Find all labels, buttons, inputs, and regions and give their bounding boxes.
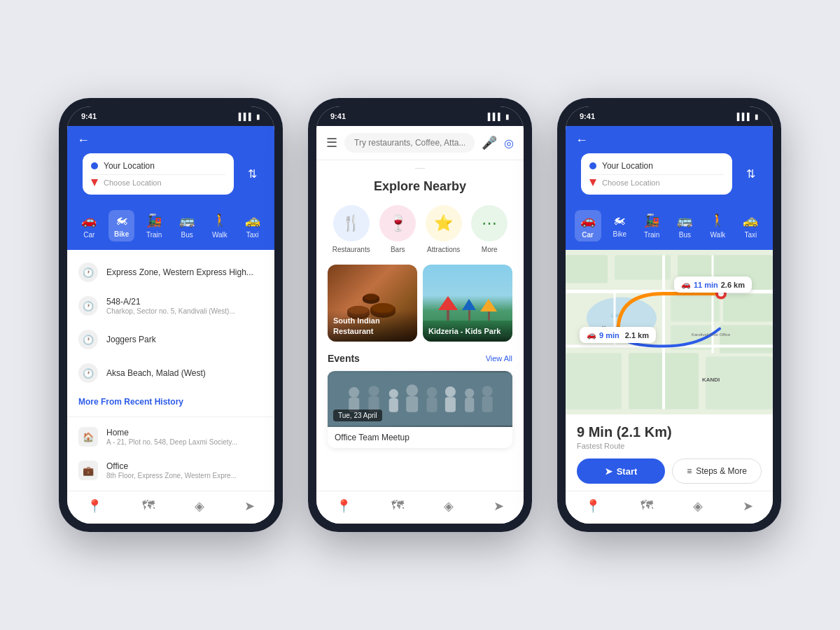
- swap-icon: ⇅: [248, 167, 257, 181]
- tab-car-3[interactable]: 🚗 Car: [575, 210, 601, 241]
- tab-car[interactable]: 🚗 Car: [76, 210, 102, 241]
- saved-place-title: Office: [106, 461, 263, 471]
- place-card-park[interactable]: Kidzeria - Kids Park: [423, 265, 512, 342]
- tab-train[interactable]: 🚂 Train: [141, 210, 167, 241]
- recent-item-title: Joggers Park: [106, 335, 263, 344]
- svg-point-8: [364, 293, 378, 300]
- tab-train-label-3: Train: [644, 231, 659, 239]
- time-display-2: 9:41: [330, 112, 346, 120]
- nav-navigation[interactable]: ➤: [244, 498, 255, 514]
- place-card-title-restaurant: South Indian Restaurant: [333, 316, 412, 336]
- phone-1: 9:41 ▌▌▌ ▮ ← Your Location: [59, 98, 283, 532]
- recent-item-text: 548-A/21 Charkop, Sector no. 5, Kandival…: [106, 297, 263, 315]
- tab-car-label-3: Car: [582, 231, 594, 239]
- route-duration-distance: 9 Min (2.1 Km): [577, 424, 762, 440]
- tab-taxi-3[interactable]: 🚕 Taxi: [737, 210, 764, 241]
- recent-clock-icon: 🕐: [78, 330, 98, 349]
- category-more[interactable]: ⋯ More: [471, 205, 507, 253]
- tab-bus[interactable]: 🚌 Bus: [174, 210, 200, 241]
- nav-location[interactable]: 📍: [87, 498, 102, 514]
- start-navigation-button[interactable]: ➤ Start: [577, 458, 665, 484]
- popup-car-icon-2: 🚗: [587, 330, 596, 340]
- battery-icon: ▮: [256, 113, 260, 120]
- nav-layers-3[interactable]: ◈: [693, 498, 703, 514]
- start-button-label: Start: [617, 466, 638, 477]
- tab-walk-3[interactable]: 🚶 Walk: [704, 210, 731, 241]
- map-view[interactable]: Lake: [566, 250, 773, 414]
- event-info: Office Team Meetup: [328, 427, 512, 448]
- attractions-circle: ⭐: [426, 205, 462, 241]
- view-all-button[interactable]: View All: [486, 354, 512, 363]
- nav-location[interactable]: 📍: [336, 498, 351, 514]
- tab-walk[interactable]: 🚶 Walk: [206, 210, 233, 241]
- microphone-icon[interactable]: 🎤: [482, 135, 497, 150]
- time-display-1: 9:41: [81, 112, 97, 120]
- svg-rect-39: [706, 357, 773, 410]
- event-card[interactable]: Tue, 23 April Office Team Meetup: [328, 371, 512, 448]
- place-card-restaurant[interactable]: South Indian Restaurant: [328, 265, 417, 342]
- nav-map-3[interactable]: 🗺: [640, 498, 653, 514]
- bars-circle: 🍷: [379, 205, 416, 241]
- swap-locations-button[interactable]: ⇅: [239, 162, 265, 187]
- popup-time-1: 11 min: [694, 281, 718, 289]
- svg-rect-34: [723, 294, 773, 322]
- category-attractions[interactable]: ⭐ Attractions: [426, 205, 462, 253]
- nav-location-3[interactable]: 📍: [585, 498, 601, 514]
- phone-3: 9:41 ▌▌▌ ▮ ← Your Location: [557, 98, 781, 532]
- list-item[interactable]: 🕐 Joggers Park: [67, 323, 274, 356]
- nav-map[interactable]: 🗺: [142, 498, 155, 514]
- tab-bike[interactable]: 🏍 Bike: [108, 210, 134, 241]
- car-icon-3: 🚗: [580, 213, 596, 228]
- back-button[interactable]: ←: [77, 133, 90, 148]
- tab-taxi[interactable]: 🚕 Taxi: [239, 210, 266, 241]
- tab-bus-3[interactable]: 🚌 Bus: [671, 210, 698, 241]
- navigation-arrow-icon: ➤: [605, 466, 612, 477]
- more-history-link[interactable]: More From Recent History: [67, 390, 274, 414]
- svg-point-17: [406, 384, 418, 396]
- phone-2: 9:41 ▌▌▌ ▮ ☰ 🎤 ◎ ── Explore Nearby: [308, 98, 532, 532]
- steps-icon: ≡: [687, 466, 692, 476]
- list-item[interactable]: 🕐 Express Zone, Western Express High...: [67, 255, 274, 289]
- event-name: Office Team Meetup: [335, 433, 505, 442]
- location-input-box[interactable]: Your Location Choose Location: [83, 153, 234, 195]
- tab-bike-3[interactable]: 🏍 Bike: [608, 210, 632, 241]
- transport-tabs: 🚗 Car 🏍 Bike 🚂 Train 🚌 Bus 🚶 Walk: [67, 204, 274, 250]
- tab-taxi-label: Taxi: [246, 231, 259, 239]
- nav-map[interactable]: 🗺: [391, 498, 404, 514]
- nav-navigation-3[interactable]: ➤: [743, 498, 753, 514]
- list-item[interactable]: 🕐 548-A/21 Charkop, Sector no. 5, Kandiv…: [67, 289, 274, 323]
- bottom-navigation-1: 📍 🗺 ◈ ➤: [67, 491, 274, 524]
- saved-place-home[interactable]: 🏠 Home A - 21, Plot no. 548, Deep Laxmi …: [67, 420, 274, 454]
- svg-point-11: [349, 387, 359, 398]
- popup-time-2: 9 min: [599, 331, 620, 340]
- nav-layers[interactable]: ◈: [195, 498, 204, 514]
- transport-tabs-3: 🚗 Car 🏍 Bike 🚂 Train 🚌 Bus 🚶 Walk: [566, 204, 773, 250]
- list-item[interactable]: 🕐 Aksa Beach, Malad (West): [67, 356, 274, 390]
- route-time-popup-2: 🚗 9 min 2.1 km: [580, 327, 656, 343]
- walk-icon-3: 🚶: [710, 213, 725, 228]
- location-input-box-3[interactable]: Your Location Choose Location: [581, 153, 732, 195]
- to-location-label: Choose Location: [104, 178, 162, 187]
- from-location-dot-3: [589, 162, 596, 169]
- nav-navigation[interactable]: ➤: [493, 498, 504, 514]
- bike-icon-3: 🏍: [613, 213, 626, 227]
- to-location-pin-3: [589, 179, 596, 186]
- explore-nearby-title: Explore Nearby: [316, 176, 524, 202]
- nav-layers[interactable]: ◈: [444, 498, 454, 514]
- places-grid: South Indian Restaurant: [316, 265, 524, 353]
- menu-button[interactable]: ☰: [326, 135, 337, 150]
- time-display-3: 9:41: [580, 112, 595, 120]
- back-button-3[interactable]: ←: [575, 133, 588, 148]
- location-target-icon[interactable]: ◎: [504, 136, 514, 150]
- category-bars[interactable]: 🍷 Bars: [379, 205, 416, 253]
- recent-item-subtitle: Charkop, Sector no. 5, Kandivali (West).…: [106, 307, 263, 315]
- svg-rect-36: [720, 326, 773, 354]
- tab-train-3[interactable]: 🚂 Train: [638, 210, 665, 241]
- route-info-panel: 9 Min (2.1 Km) Fastest Route ➤ Start ≡ S…: [566, 414, 773, 491]
- saved-place-office[interactable]: 💼 Office 8th Floor, Express Zone, Wester…: [67, 454, 274, 487]
- search-input[interactable]: [344, 133, 475, 153]
- search-header: ☰ 🎤 ◎: [316, 126, 524, 160]
- steps-more-button[interactable]: ≡ Steps & More: [672, 458, 762, 484]
- swap-locations-button-3[interactable]: ⇅: [738, 162, 763, 187]
- category-restaurants[interactable]: 🍴 Restaurants: [332, 205, 370, 253]
